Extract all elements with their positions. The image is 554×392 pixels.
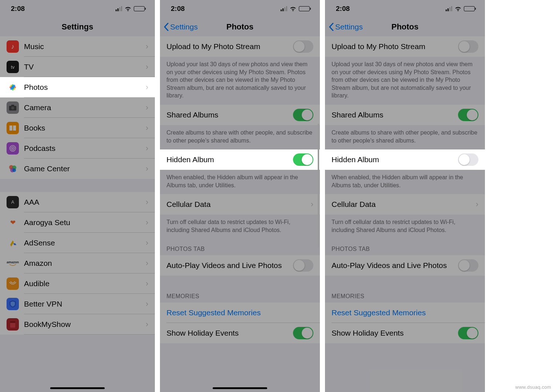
settings-row-music[interactable]: ♪ Music › [0,36,155,57]
wifi-icon [124,6,132,12]
chevron-right-icon: › [476,200,478,209]
holiday-toggle[interactable] [293,327,313,339]
row-label: Hidden Album [332,155,458,164]
status-time: 2:08 [171,5,185,13]
row-label: Show Holiday Events [332,329,458,337]
row-label: Reset Suggested Memories [166,308,313,317]
settings-screen: 2:08 Settings ♪ Music › tv TV › [0,0,155,392]
cellular-data-row[interactable]: Cellular Data › [160,194,320,215]
section-header: MEMORIES [160,287,320,303]
holiday-events-row[interactable]: Show Holiday Events [325,323,485,343]
footer-text: When enabled, the Hidden album will appe… [160,170,320,194]
back-label: Settings [170,23,198,31]
music-icon: ♪ [7,40,19,53]
settings-row-aaa[interactable]: A AAA › [0,192,155,212]
upload-photo-stream-row[interactable]: Upload to My Photo Stream [325,36,485,57]
footer-text [325,276,485,287]
chevron-right-icon: › [146,62,148,72]
chevron-right-icon: › [146,238,148,248]
shared-albums-row[interactable]: Shared Albums [325,105,485,125]
home-indicator[interactable] [213,387,267,389]
settings-row-books[interactable]: Books › [0,118,155,138]
chevron-right-icon: › [146,259,148,268]
row-label: Upload to My Photo Stream [332,42,458,51]
upload-photo-stream-toggle[interactable] [458,40,478,53]
chevron-right-icon: › [146,218,148,227]
shared-albums-toggle[interactable] [293,109,313,121]
cellular-signal-icon [446,6,452,11]
hidden-album-row[interactable]: Hidden Album [160,149,320,170]
cellular-data-row[interactable]: Cellular Data › [325,194,485,215]
chevron-left-icon [329,23,334,31]
app-icon: ❤ [7,216,19,229]
holiday-events-row[interactable]: Show Holiday Events [160,323,320,343]
reset-memories-row[interactable]: Reset Suggested Memories [160,303,320,323]
status-time: 2:08 [336,5,350,13]
back-label: Settings [335,23,363,31]
row-label: Amazon [24,259,146,268]
row-label: AdSense [24,239,146,247]
settings-row-tv[interactable]: tv TV › [0,57,155,77]
section-header: PHOTOS TAB [160,239,320,255]
chevron-right-icon: › [146,144,148,153]
upload-photo-stream-toggle[interactable] [293,40,313,53]
settings-row-aarogya-setu[interactable]: ❤ Aarogya Setu › [0,212,155,233]
footer-text: Upload your last 30 days of new photos a… [160,57,320,105]
autoplay-row[interactable]: Auto-Play Videos and Live Photos [160,255,320,276]
back-button[interactable]: Settings [164,23,198,31]
settings-row-adsense[interactable]: AdSense › [0,233,155,253]
section-header: PHOTOS TAB [325,239,485,255]
footer-text: Create albums to share with other people… [325,125,485,149]
shared-albums-row[interactable]: Shared Albums [160,105,320,125]
settings-row-amazon[interactable]: amazon Amazon › [0,253,155,273]
holiday-toggle[interactable] [458,327,478,339]
chevron-right-icon: › [146,299,148,309]
page-title: Photos [392,22,419,32]
settings-row-podcasts[interactable]: Podcasts › [0,138,155,159]
wifi-icon [289,6,297,12]
row-label: Shared Albums [166,111,293,119]
hidden-album-toggle[interactable] [293,153,313,166]
row-label: Aarogya Setu [24,218,146,227]
row-label: BookMyShow [24,320,146,329]
app-icon: A [7,196,19,208]
hidden-album-toggle[interactable] [458,153,478,166]
chevron-right-icon: › [146,123,148,133]
settings-row-bookmyshow[interactable]: BookMyShow › [0,314,155,335]
section-header: MEMORIES [325,287,485,303]
svg-point-13 [12,168,16,172]
scrollbar[interactable] [318,124,319,247]
upload-photo-stream-row[interactable]: Upload to My Photo Stream [160,36,320,57]
autoplay-toggle[interactable] [458,259,478,272]
status-indicators [116,6,145,12]
chevron-right-icon: › [146,103,148,112]
hidden-album-row[interactable]: Hidden Album [325,149,485,170]
app-icon: amazon [7,257,19,269]
shared-albums-toggle[interactable] [458,109,478,121]
cellular-signal-icon [281,6,287,11]
status-indicators [281,6,310,12]
footer-text [160,276,320,287]
settings-row-photos[interactable]: Photos › [0,77,155,97]
row-label: Music [24,42,146,51]
svg-point-6 [11,107,14,109]
page-title: Settings [62,22,93,32]
settings-row-audible[interactable]: Audible › [0,273,155,294]
row-label: Better VPN [24,300,146,308]
settings-row-game-center[interactable]: Game Center › [0,159,155,179]
chevron-right-icon: › [311,200,313,209]
chevron-right-icon: › [146,83,148,92]
row-label: Show Holiday Events [166,329,293,337]
settings-row-better-vpn[interactable]: Better VPN › [0,294,155,314]
reset-memories-row[interactable]: Reset Suggested Memories [325,303,485,323]
game-center-icon [7,163,19,175]
podcasts-icon [7,142,19,155]
status-bar: 2:08 [325,0,485,17]
autoplay-row[interactable]: Auto-Play Videos and Live Photos [325,255,485,276]
autoplay-toggle[interactable] [293,259,313,272]
row-label: TV [24,63,146,71]
row-label: Cellular Data [166,200,311,209]
settings-row-camera[interactable]: Camera › [0,97,155,118]
home-indicator[interactable] [50,387,105,389]
back-button[interactable]: Settings [329,23,363,31]
